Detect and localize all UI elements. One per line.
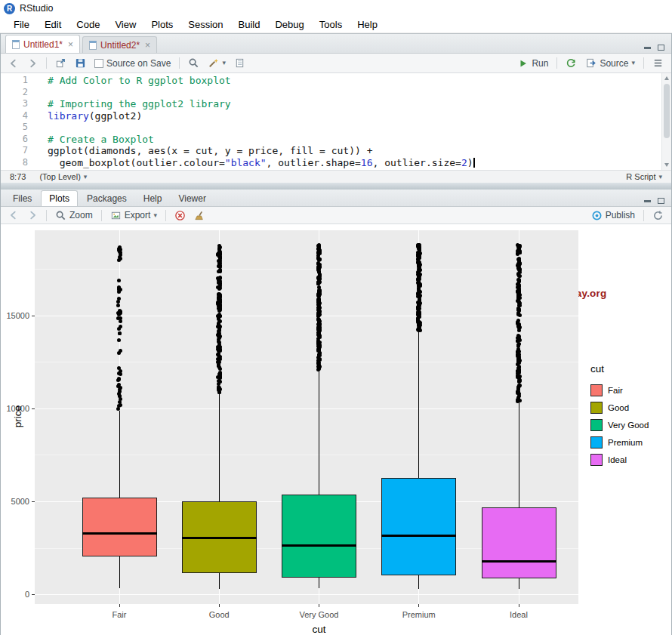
outlier-dot (316, 256, 320, 260)
code-segment: (ggplot2) (89, 110, 142, 122)
menu-item-view[interactable]: View (107, 17, 143, 32)
legend-entry: Fair (590, 381, 670, 399)
find-replace-button[interactable] (186, 57, 202, 69)
code-editor[interactable]: 123456789 # Add Color to R ggplot boxplo… (1, 73, 671, 170)
y-tick-label: 0 (1, 590, 29, 599)
y-tick-mark (32, 408, 35, 409)
back-button[interactable] (6, 57, 21, 69)
close-icon[interactable]: × (143, 40, 150, 51)
menu-item-build[interactable]: Build (231, 17, 268, 32)
code-segment: # Create a Boxplot (48, 134, 154, 145)
source-tab-untitled1[interactable]: Untitled1*× (5, 35, 80, 53)
compile-report-button[interactable] (232, 57, 248, 69)
scrollbar-thumb[interactable] (664, 84, 670, 138)
document-outline-button[interactable] (650, 57, 666, 69)
code-line[interactable] (48, 168, 651, 170)
code-segment: , outlier.shape= (267, 157, 361, 168)
y-tick-label: 5000 (1, 497, 29, 506)
run-arrow-icon (518, 58, 529, 69)
menu-item-help[interactable]: Help (350, 17, 385, 32)
menu-item-code[interactable]: Code (69, 17, 107, 32)
publish-label: Publish (606, 210, 635, 220)
tab-viewer[interactable]: Viewer (171, 191, 213, 206)
code-line[interactable]: ggplot(diamonds, aes(x = cut, y = price,… (48, 145, 651, 157)
minimize-icon (644, 200, 651, 202)
scroll-down-icon[interactable] (664, 163, 669, 167)
r-script-icon (12, 40, 20, 49)
open-in-new-window-button[interactable] (53, 57, 69, 69)
tab-packages[interactable]: Packages (79, 191, 134, 206)
legend-entry: Good (590, 399, 670, 416)
zoom-button[interactable]: Zoom (53, 209, 95, 222)
outlier-dot (317, 363, 321, 367)
file-type-selector[interactable]: R Script ▾ (626, 172, 662, 181)
code-line[interactable]: geom_boxplot(outlier.colour="black", out… (48, 157, 651, 169)
code-line[interactable]: # Add Color to R ggplot boxplot (48, 75, 651, 87)
code-segment: # Add Color to R ggplot boxplot (48, 75, 231, 86)
next-plot-button[interactable] (25, 209, 40, 221)
code-line[interactable]: # Importing the ggplot2 library (48, 98, 651, 110)
minimize-source-pane-button[interactable] (641, 42, 653, 53)
run-button[interactable]: Run (516, 57, 550, 69)
maximize-plots-pane-button[interactable] (655, 196, 667, 206)
forward-button[interactable] (25, 57, 40, 69)
code-tools-button[interactable]: ▾ (205, 57, 228, 69)
menu-item-session[interactable]: Session (180, 17, 230, 32)
logo-letter: R (7, 5, 12, 13)
code-line[interactable] (48, 122, 651, 134)
source-tab-untitled2[interactable]: Untitled2*× (82, 36, 157, 53)
refresh-plot-button[interactable] (650, 209, 666, 222)
app-title: RStudio (20, 3, 53, 14)
source-toolbar: Source on Save ▾ Run Source▾ (1, 54, 671, 73)
rerun-button[interactable] (563, 57, 579, 69)
plots-pane: FilesPlotsPackagesHelpViewer Zoom Export… (1, 190, 671, 635)
bottom-tab-bar: FilesPlotsPackagesHelpViewer (1, 190, 671, 207)
boxplot-box (482, 507, 556, 578)
scope-selector[interactable]: (Top Level) ▾ (39, 172, 87, 181)
scroll-up-icon[interactable] (664, 76, 669, 80)
menu-item-tools[interactable]: Tools (312, 17, 350, 32)
chevron-down-icon: ▾ (631, 60, 635, 66)
menu-item-debug[interactable]: Debug (267, 17, 311, 32)
legend-entry: Very Good (590, 416, 670, 433)
tab-help[interactable]: Help (136, 191, 170, 206)
code-line[interactable]: # Create a Boxplot (48, 134, 651, 146)
boxplot-box (82, 498, 157, 556)
x-tick-label: Ideal (485, 610, 553, 619)
remove-plot-button[interactable] (172, 209, 188, 222)
minor-gridline (35, 455, 578, 455)
menu-item-file[interactable]: File (6, 17, 37, 32)
code-line[interactable]: library(ggplot2) (48, 110, 651, 122)
source-button[interactable]: Source▾ (583, 57, 637, 69)
code-segment: "black" (225, 157, 267, 168)
code-line[interactable] (48, 87, 651, 99)
menu-item-edit[interactable]: Edit (37, 17, 69, 32)
minimize-plots-pane-button[interactable] (641, 196, 653, 206)
previous-plot-button[interactable] (6, 209, 21, 221)
menu-item-plots[interactable]: Plots (143, 17, 180, 32)
editor-status-bar: 8:73 (Top Level) ▾ R Script ▾ (1, 170, 671, 183)
tab-plots[interactable]: Plots (41, 190, 78, 206)
code-text[interactable]: # Add Color to R ggplot boxplot# Importi… (35, 73, 661, 170)
magnifier-icon (188, 57, 199, 69)
editor-scrollbar[interactable] (661, 73, 671, 170)
clear-all-plots-button[interactable] (192, 209, 208, 222)
publish-button[interactable]: Publish (589, 209, 637, 222)
outline-icon (652, 57, 664, 69)
pane-splitter[interactable] (1, 183, 671, 190)
checkbox-icon[interactable] (94, 59, 103, 68)
save-button[interactable] (72, 57, 88, 69)
source-tabs: Untitled1*×Untitled2*× (5, 35, 640, 53)
popout-icon (55, 57, 66, 69)
maximize-icon (658, 198, 664, 204)
line-number-gutter: 123456789 (1, 73, 35, 170)
source-on-save-checkbox[interactable]: Source on Save (92, 57, 173, 69)
legend-swatch (590, 402, 603, 414)
line-number: 2 (1, 87, 28, 99)
line-number: 8 (1, 157, 28, 169)
tab-files[interactable]: Files (5, 191, 39, 206)
legend-label: Very Good (608, 421, 649, 430)
maximize-source-pane-button[interactable] (655, 42, 667, 53)
export-button[interactable]: Export▾ (108, 209, 159, 222)
close-icon[interactable]: × (66, 39, 73, 50)
